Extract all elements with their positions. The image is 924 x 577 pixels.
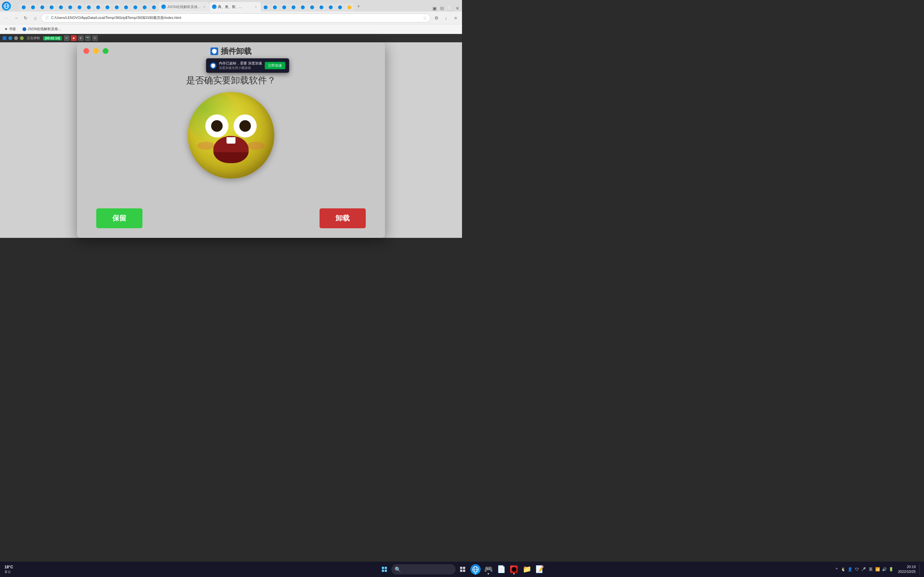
tab-item[interactable]: [84, 3, 94, 11]
window-icon-button[interactable]: ▣: [431, 5, 438, 11]
tab-json[interactable]: JSON在线解析及格... ×: [159, 2, 209, 11]
window-close-button[interactable]: ✕: [454, 5, 461, 11]
bookmark-star-icon: ★: [5, 27, 8, 31]
browser-tabs: JSON在线解析及格... × 典、奥、祭、... ×: [19, 2, 354, 11]
tab-item[interactable]: [270, 3, 279, 11]
tab-item[interactable]: [103, 3, 112, 11]
tab-item[interactable]: [94, 3, 103, 11]
uninstall-button[interactable]: 卸载: [320, 208, 366, 228]
recording-time: [00:02:14]: [43, 36, 62, 40]
recording-stop-button[interactable]: ■: [71, 35, 77, 41]
new-tab-button[interactable]: +: [354, 2, 363, 11]
address-text: C:/Users/LENOVO/AppData/Local/Temp/360zi…: [51, 15, 421, 20]
window-minimize-button[interactable]: ⊟: [439, 5, 445, 11]
tab-item[interactable]: [326, 3, 335, 11]
recording-pencil-button[interactable]: ✏: [64, 35, 69, 41]
popup-main-text: 内存已超标，需要 深度加速: [219, 61, 262, 66]
recording-controls: ✏ ■ ⏸ 📷 ✕: [64, 35, 98, 41]
bookmarks-bar: ★ 书签 JSON在线解析及格...: [0, 24, 462, 34]
forward-button[interactable]: →: [12, 14, 20, 22]
address-bar-row: ← → ↻ ⌂ 📄 C:/Users/LENOVO/AppData/Local/…: [0, 11, 462, 24]
recording-pause-button[interactable]: ⏸: [78, 35, 84, 41]
emoji-left-cheek: [197, 142, 215, 150]
popup-sub-text: 深度加速光用小额游戏: [219, 66, 262, 70]
recording-favicon2: [8, 36, 12, 40]
tab-item[interactable]: [317, 3, 326, 11]
bookmark-label-json: JSON在线解析及格...: [27, 27, 61, 31]
popup-shield-icon: [210, 63, 216, 69]
browser-content: 内存已超标，需要 深度加速 深度加速光用小额游戏 立即加速 插件卸载 是否确实要…: [0, 42, 462, 238]
browser-logo: [2, 2, 11, 11]
browser-logo-icon: [2, 2, 11, 11]
tab-item[interactable]: [345, 3, 354, 11]
tab-favicon-active: [212, 5, 216, 9]
dialog-close-button[interactable]: [83, 48, 89, 54]
tab-item[interactable]: [47, 3, 56, 11]
tab-item[interactable]: [38, 3, 47, 11]
dialog-buttons: 保留 卸载: [77, 208, 385, 228]
emoji-left-eye: [205, 114, 228, 137]
memory-popup: 内存已超标，需要 深度加速 深度加速光用小额游戏 立即加速: [206, 58, 289, 73]
window-controls: ▣ ⊟ ⬜ ✕: [431, 5, 462, 11]
tab-item[interactable]: [280, 3, 289, 11]
dialog-title: 插件卸载: [77, 46, 385, 56]
tab-item[interactable]: [298, 3, 307, 11]
tab-item[interactable]: [29, 3, 37, 11]
emoji-left-pupil: [211, 120, 223, 132]
tab-item[interactable]: [121, 3, 131, 11]
dialog-window-controls: [83, 48, 108, 54]
tab-active[interactable]: 典、奥、祭、... ×: [210, 2, 261, 11]
title-shield-icon: [210, 47, 218, 55]
tab-item[interactable]: [140, 3, 149, 11]
dialog-minimize-button[interactable]: [93, 48, 99, 54]
bookmark-icon: [23, 27, 26, 31]
download-button[interactable]: ↓: [442, 14, 450, 22]
tab-item[interactable]: [131, 3, 140, 11]
recording-camera-button[interactable]: 📷: [85, 35, 91, 41]
popup-text-content: 内存已超标，需要 深度加速 深度加速光用小额游戏: [219, 61, 262, 70]
tab-label-active: 典、奥、祭、...: [218, 5, 252, 9]
emoji-tooth: [226, 137, 236, 143]
uninstall-dialog: 内存已超标，需要 深度加速 深度加速光用小额游戏 立即加速 插件卸载 是否确实要…: [77, 42, 385, 238]
refresh-button[interactable]: ↻: [22, 14, 29, 22]
tab-item[interactable]: [19, 3, 28, 11]
popup-action-button[interactable]: 立即加速: [265, 62, 285, 69]
address-bar[interactable]: 📄 C:/Users/LENOVO/AppData/Local/Temp/360…: [41, 13, 431, 23]
tab-item[interactable]: [57, 3, 65, 11]
emoji-right-eye: [234, 114, 257, 137]
tab-item[interactable]: [336, 3, 344, 11]
bookmark-json[interactable]: JSON在线解析及格...: [21, 26, 63, 32]
recording-favicon: [3, 36, 6, 40]
recording-favicon4: [20, 36, 24, 40]
tab-close-json[interactable]: ×: [202, 5, 207, 9]
back-button[interactable]: ←: [3, 14, 10, 22]
emoji-right-pupil: [239, 120, 251, 132]
tab-bar: JSON在线解析及格... × 典、奥、祭、... × + ▣ ⊟: [0, 0, 462, 11]
bookmark-item-bookmarks[interactable]: ★ 书签: [3, 26, 18, 32]
window-maximize-button[interactable]: ⬜: [447, 5, 453, 11]
recording-favicon3: [14, 36, 18, 40]
tab-close-active[interactable]: ×: [254, 5, 258, 9]
emoji-mouth: [213, 136, 249, 163]
tab-item[interactable]: [289, 3, 298, 11]
dialog-maximize-button[interactable]: [103, 48, 108, 54]
tab-item[interactable]: [261, 3, 270, 11]
tab-item[interactable]: [112, 3, 121, 11]
recording-label: 正在录制: [26, 35, 41, 41]
tab-favicon: [162, 5, 166, 9]
tab-item[interactable]: [150, 3, 158, 11]
recording-close-button[interactable]: ✕: [92, 35, 98, 41]
dialog-title-text: 插件卸载: [221, 46, 252, 56]
tab-item[interactable]: [308, 3, 317, 11]
home-button[interactable]: ⌂: [31, 14, 39, 22]
tab-item[interactable]: [66, 3, 75, 11]
browser-chrome: JSON在线解析及格... × 典、奥、祭、... × + ▣ ⊟: [0, 0, 462, 42]
menu-button[interactable]: ≡: [452, 14, 459, 22]
extensions-button[interactable]: ⚙: [433, 14, 440, 22]
emoji-right-cheek: [247, 142, 265, 150]
keep-button[interactable]: 保留: [96, 208, 142, 228]
emoji-face: [188, 92, 274, 179]
tab-item[interactable]: [75, 3, 84, 11]
emoji-container: [188, 92, 274, 179]
bookmark-star-icon[interactable]: ☆: [423, 15, 427, 21]
